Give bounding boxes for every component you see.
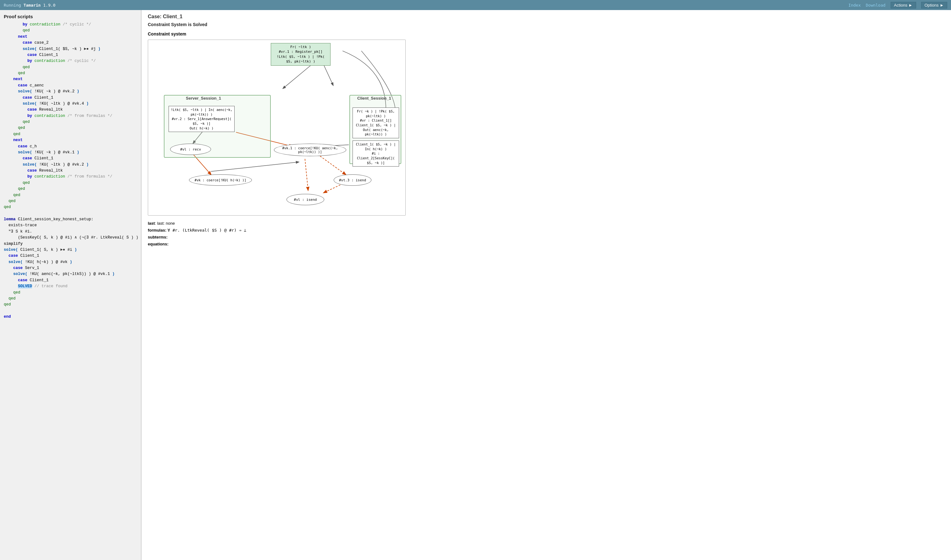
header: Running Tamarin 1.9.0 Index Download Act…	[0, 0, 951, 10]
formulas-line: formulas: ∀ #r. (LtkReveal( $S ) @ #r) ⇒…	[148, 227, 945, 234]
svg-line-1	[324, 65, 333, 86]
svg-line-9	[305, 159, 308, 191]
client-session-label: Client_Session_1	[357, 96, 391, 100]
case-title: Case: Client_1	[148, 14, 945, 20]
oval-vt3-isend: #vt.3 : isend	[334, 174, 371, 186]
options-button[interactable]: Options ►	[921, 2, 947, 8]
download-link[interactable]: Download	[866, 3, 886, 8]
oval-vk-coerce: #vk : coerce[!KU( h(~k) )]	[189, 174, 252, 186]
server-session-label: Server_Session_1	[186, 96, 221, 100]
oval-vl-isend: #vl : isend	[287, 194, 324, 205]
subterms-line: subterms:	[148, 234, 945, 241]
right-panel[interactable]: Case: Client_1 Constraint System is Solv…	[142, 10, 951, 560]
last-line: last: last: none	[148, 220, 945, 227]
client-node-top: Fr( ~k ) | !Pk( $S, pk(~ltk) ) #vr : Cli…	[353, 108, 399, 138]
oval-vk1-coerce: #vk.1 : coerce[!KU( aenc(~k, pk(~ltk)) )…	[274, 144, 346, 156]
actions-button[interactable]: Actions ►	[891, 2, 916, 8]
svg-line-8	[318, 154, 346, 175]
info-section: last: last: none formulas: ∀ #r. (LtkRev…	[148, 220, 945, 248]
left-panel[interactable]: Proof scripts by contradiction /* cyclic…	[0, 10, 142, 560]
proof-code: by contradiction /* cyclic */ qed next c…	[1, 22, 140, 320]
svg-line-0	[283, 65, 311, 89]
equations-line: equations:	[148, 241, 945, 248]
index-link[interactable]: Index	[848, 3, 861, 8]
main-layout: Proof scripts by contradiction /* cyclic…	[0, 10, 951, 560]
constraint-solved: Constraint System is Solved	[148, 22, 945, 27]
client-node-bottom: Client_1( $S, ~k ) | In( h(~k) ) #i : Cl…	[353, 140, 399, 166]
node-fr-ltk: Fr( ~ltk ) #vr.1 : Register_pk[] !Ltk( $…	[271, 43, 330, 66]
proof-scripts-title: Proof scripts	[1, 12, 140, 22]
constraint-system-label: Constraint system	[148, 31, 945, 37]
oval-vl-recv: #vl : recv	[170, 144, 211, 155]
running-label: Running Tamarin 1.9.0	[4, 3, 55, 8]
svg-line-3	[211, 162, 299, 172]
graph-container: Fr( ~ltk ) #vr.1 : Register_pk[] !Ltk( $…	[148, 40, 406, 215]
server-node-top: !Ltk( $S, ~ltk ) | In( aenc(~k, pk(~ltk)…	[168, 106, 234, 132]
